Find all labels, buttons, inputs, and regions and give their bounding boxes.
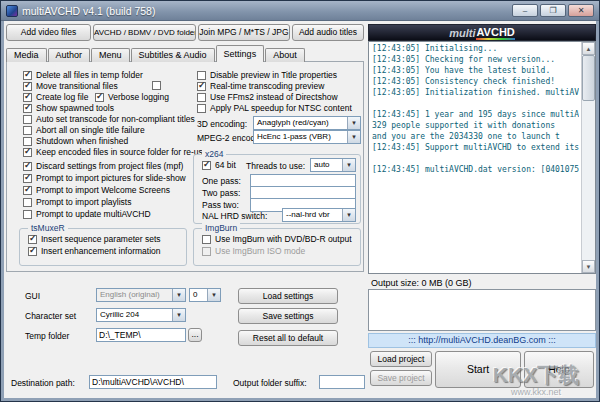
- checkbox-pal-speedup[interactable]: Apply PAL speedup for NTSC content: [197, 103, 352, 113]
- checkbox-label: Move transitional files: [36, 81, 118, 91]
- title-bar[interactable]: multiAVCHD v4.1 (build 758) – ❐ ✕: [1, 1, 599, 21]
- checkbox-box: [23, 148, 32, 157]
- checkbox-delete-temp-files[interactable]: Delete all files in temp folder: [23, 70, 143, 80]
- output-suffix-input[interactable]: [319, 375, 365, 389]
- log-output[interactable]: [12:43:05] Initialising... [12:43:05] Ch…: [368, 41, 596, 274]
- checkbox-move-transitional-extra[interactable]: [152, 81, 161, 90]
- close-button-icon[interactable]: ✕: [568, 4, 594, 17]
- checkbox-label: Insert enhancement information: [41, 246, 161, 256]
- load-project-button[interactable]: Load project: [370, 351, 432, 367]
- logo-multi-text: multi: [449, 27, 475, 39]
- checkbox-box: [23, 210, 32, 219]
- tab-subtitles-audio[interactable]: Subtitles & Audio: [131, 48, 215, 62]
- checkbox-box: [197, 104, 206, 113]
- log-line: [12:43:45] 1 year and 195 days since mul…: [372, 110, 579, 121]
- chevron-down-icon[interactable]: ▾: [172, 309, 185, 321]
- tab-settings[interactable]: Settings: [216, 45, 265, 62]
- start-button[interactable]: Start: [435, 351, 521, 388]
- logo-avchd-text: AVCHD: [476, 26, 514, 40]
- tab-strip: Media Author Menu Subtitles & Audio Sett…: [6, 46, 306, 62]
- checkbox-label: Prompt to update multiAVCHD: [36, 209, 151, 219]
- checkbox-abort-on-failure[interactable]: Abort all on single title failure: [23, 125, 145, 135]
- checkbox-64bit[interactable]: 64 bit: [202, 160, 236, 170]
- save-settings-button[interactable]: Save settings: [238, 308, 338, 324]
- mpeg2-encoder-select[interactable]: HcEnc 1-pass (VBR)▾: [253, 130, 361, 144]
- multiavchd-logo: multiAVCHD: [368, 24, 596, 41]
- checkbox-prompt-import-pictures[interactable]: Prompt to import pictures for slide-show: [23, 173, 186, 183]
- checkbox-create-log-file[interactable]: Create log file: [23, 92, 88, 102]
- checkbox-auto-set-transcode[interactable]: Auto set transcode for non-compliant tit…: [23, 114, 195, 124]
- checkbox-prompt-import-playlists[interactable]: Prompt to import playlists: [23, 197, 131, 207]
- checkbox-box: [28, 247, 37, 256]
- checkbox-use-imgburn[interactable]: Use ImgBurn with DVD/BD-R output: [202, 234, 352, 244]
- scrollbar-thumb[interactable]: [582, 55, 595, 101]
- add-audio-titles-button[interactable]: Add audio titles: [292, 24, 364, 41]
- checkbox-label: Use ImgBurn with DVD/BD-R output: [215, 234, 352, 244]
- checkbox-label: Apply PAL speedup for NTSC content: [210, 103, 352, 113]
- gui-number-value: 0: [193, 290, 197, 299]
- character-set-label: Character set: [25, 311, 76, 321]
- gui-label: GUI: [25, 291, 40, 301]
- temp-folder-input[interactable]: [96, 328, 186, 342]
- checkbox-show-spawned-tools[interactable]: Show spawned tools: [23, 103, 114, 113]
- tab-menu[interactable]: Menu: [91, 48, 130, 62]
- checkbox-keep-encoded-files[interactable]: Keep encoded files in source folder for …: [23, 147, 208, 157]
- website-link[interactable]: ::: http://multiAVCHD.deanBG.com :::: [368, 333, 596, 348]
- checkbox-use-ffms2[interactable]: Use FFms2 instead of Directshow: [197, 92, 338, 102]
- gui-number-select[interactable]: 0▾: [189, 288, 221, 302]
- save-project-button[interactable]: Save project: [370, 370, 432, 386]
- chevron-down-icon[interactable]: ▾: [347, 131, 360, 143]
- tab-about[interactable]: About: [265, 48, 305, 62]
- maximize-button-icon[interactable]: ❐: [540, 4, 566, 17]
- scroll-down-icon[interactable]: ▼: [582, 260, 595, 273]
- checkbox-label: Abort all on single title failure: [36, 125, 145, 135]
- checkbox-discard-project-settings[interactable]: Discard settings from project files (mpf…: [23, 161, 183, 171]
- gui-language-value: English (original): [100, 290, 160, 299]
- join-mpg-button[interactable]: Join MPG / M*TS / JPG: [198, 24, 290, 41]
- checkbox-insert-sequence-parameter-sets[interactable]: Insert sequence parameter sets: [28, 234, 161, 244]
- x264-group: x264 64 bit Threads to use: auto▾ One pa…: [193, 154, 361, 224]
- destination-path-input[interactable]: [89, 375, 217, 389]
- temp-folder-browse-button[interactable]: ...: [188, 328, 202, 342]
- checkbox-box: [28, 235, 37, 244]
- avchd-bdmv-dvd-folders-button[interactable]: AVCHD / BDMV / DVD folders: [93, 24, 196, 41]
- checkbox-box: [202, 161, 211, 170]
- log-scrollbar[interactable]: ▲ ▼: [581, 42, 595, 273]
- checkbox-insert-enhancement-information[interactable]: Insert enhancement information: [28, 246, 161, 256]
- chevron-down-icon[interactable]: ▾: [342, 209, 355, 221]
- checkbox-prompt-update-multiavchd[interactable]: Prompt to update multiAVCHD: [23, 209, 151, 219]
- add-video-files-button[interactable]: Add video files: [6, 24, 91, 41]
- checkbox-box: [23, 93, 32, 102]
- chevron-down-icon[interactable]: ▾: [347, 117, 360, 129]
- chevron-down-icon[interactable]: ▾: [342, 159, 355, 171]
- 3d-encoding-select[interactable]: Anaglyph (red/cyan)▾: [253, 116, 361, 130]
- tab-media[interactable]: Media: [6, 48, 47, 62]
- reset-defaults-button[interactable]: Reset all to default: [238, 330, 338, 346]
- tab-author[interactable]: Author: [48, 48, 91, 62]
- checkbox-verbose-logging[interactable]: Verbose logging: [95, 92, 169, 102]
- nal-hrd-select[interactable]: --nal-hrd vbr▾: [282, 208, 356, 222]
- checkbox-label: Discard settings from project files (mpf…: [36, 161, 183, 171]
- scroll-up-icon[interactable]: ▲: [582, 42, 595, 55]
- checkbox-label: Real-time transcoding preview: [210, 81, 324, 91]
- minimize-button-icon[interactable]: –: [512, 4, 538, 17]
- tsmuxer-group: tsMuxeR Insert sequence parameter sets I…: [19, 228, 187, 266]
- gui-language-select[interactable]: English (original)▾: [96, 288, 186, 302]
- checkbox-shutdown-when-finished[interactable]: Shutdown when finished: [23, 136, 128, 146]
- log-line: [12:43:05] Initialising...: [372, 44, 579, 55]
- help-button[interactable]: Help: [524, 351, 594, 388]
- load-settings-button[interactable]: Load settings: [238, 288, 338, 304]
- imgburn-group-label: ImgBurn: [202, 223, 240, 233]
- checkbox-disable-preview[interactable]: Disable preview in Title properties: [197, 70, 337, 80]
- chevron-down-icon[interactable]: ▾: [172, 289, 185, 301]
- checkbox-move-transitional-files[interactable]: Move transitional files: [23, 81, 118, 91]
- checkbox-label: Auto set transcode for non-compliant tit…: [36, 114, 195, 124]
- checkbox-realtime-preview[interactable]: Real-time transcoding preview: [197, 81, 324, 91]
- checkbox-prompt-import-welcome-screens[interactable]: Prompt to import Welcome Screens: [23, 185, 170, 195]
- threads-select[interactable]: auto▾: [310, 158, 356, 172]
- chevron-down-icon[interactable]: ▾: [207, 289, 220, 301]
- character-set-select[interactable]: Cyrillic 204▾: [96, 308, 186, 322]
- x264-group-label: x264: [202, 149, 226, 159]
- log-line: [12:43:05] Checking for new version...: [372, 55, 579, 66]
- checkbox-label: Use FFms2 instead of Directshow: [210, 92, 338, 102]
